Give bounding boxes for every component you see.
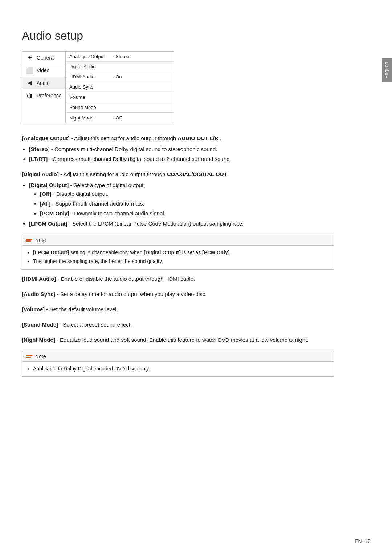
category-preference-label: Preference [37, 93, 61, 98]
analogue-output-text-end: . [219, 135, 221, 141]
note-header-text-1: Note [35, 237, 46, 243]
section-night-mode: [Night Mode] - Equalize loud sound and s… [22, 336, 334, 344]
analogue-output-inline-bold: AUDIO OUT L/R [177, 135, 219, 141]
menu-item-value-analogue: · Stereo [113, 54, 130, 59]
digital-audio-text: - Adjust this setting for audio output t… [59, 171, 167, 177]
note-body-1: [LPCM Output] setting is changeable only… [22, 246, 334, 269]
note-icon-line2 [26, 240, 31, 242]
menu-item-name-analogue: Analogue Output [69, 54, 113, 59]
category-video-label: Video [37, 68, 50, 73]
analogue-output-para: [Analogue Output] - Adjust this setting … [22, 134, 334, 143]
digital-output-sublist: [Off] - Disable digital output. [All] - … [40, 190, 334, 218]
note2-item1: Applicable to Dolby Digital encoded DVD … [33, 366, 150, 372]
lpcm-output-text: - Select the LPCM (Linear Pulse Code Mod… [68, 220, 244, 227]
menu-item-sound-mode[interactable]: Sound Mode [66, 102, 174, 113]
footer: EN 17 [355, 538, 370, 544]
menu-item-volume[interactable]: Volume [66, 92, 174, 102]
category-audio[interactable]: ◄ Audio [22, 77, 65, 89]
preference-icon: ◑ [26, 92, 34, 100]
audio-sync-text: - Set a delay time for audio output when… [56, 291, 207, 297]
menu-item-name-volume: Volume [69, 94, 113, 100]
note1-bold1: [LPCM Output] [33, 250, 69, 255]
category-general[interactable]: ✦ General [22, 52, 65, 64]
audio-icon: ◄ [26, 79, 34, 87]
analogue-output-text: - Adjust this setting for audio output t… [70, 135, 178, 141]
menu-item-name-hdmi: HDMI Audio [69, 74, 113, 80]
list-item: Applicable to Dolby Digital encoded DVD … [33, 365, 328, 373]
section-volume: [Volume] - Set the default volume level. [22, 305, 334, 314]
menu-item-name-sound: Sound Mode [69, 105, 113, 110]
sound-mode-para: [Sound Mode] - Select a preset sound eff… [22, 320, 334, 329]
digital-audio-text-end: . [227, 171, 229, 177]
analogue-output-heading: [Analogue Output] [22, 135, 70, 141]
section-sound-mode: [Sound Mode] - Select a preset sound eff… [22, 320, 334, 329]
volume-heading: [Volume] [22, 306, 45, 312]
list-item: [Digital Output] - Select a type of digi… [29, 181, 334, 218]
general-icon: ✦ [26, 54, 34, 62]
video-icon: ⬜ [26, 66, 34, 74]
off-label: [Off] [40, 191, 52, 197]
category-audio-label: Audio [37, 80, 50, 86]
menu-items: Analogue Output · Stereo Digital Audio H… [66, 52, 174, 123]
note-header-2: Note [22, 351, 334, 362]
menu-item-night-mode[interactable]: Night Mode · Off [66, 113, 174, 123]
pcm-only-text: - Downmix to two-channel audio signal. [69, 210, 166, 216]
stereo-text: - Compress multi-channel Dolby digital s… [50, 146, 217, 152]
night-mode-text: - Equalize loud sound and soft sound. En… [55, 337, 309, 343]
digital-audio-list: [Digital Output] - Select a type of digi… [29, 181, 334, 228]
category-preference[interactable]: ◑ Preference [22, 89, 65, 102]
note1-text1: setting is changeable only when [69, 250, 144, 255]
off-text: - Disable digital output. [52, 191, 109, 197]
analogue-output-list: [Stereo] - Compress multi-channel Dolby … [29, 145, 334, 163]
section-hdmi-audio: [HDMI Audio] - Enable or disable the aud… [22, 275, 334, 283]
list-item: [All] - Support multi-channel audio form… [40, 199, 334, 208]
note-icon-1 [26, 239, 32, 242]
list-item: [LPCM Output] setting is changeable only… [33, 248, 328, 256]
note1-text2: is set as [181, 250, 202, 255]
night-mode-para: [Night Mode] - Equalize loud sound and s… [22, 336, 334, 344]
digital-audio-heading: [Digital Audio] [22, 171, 59, 177]
note-icon2-line2 [26, 357, 31, 358]
list-item: The higher the sampling rate, the better… [33, 257, 328, 265]
menu-item-digital-audio[interactable]: Digital Audio [66, 62, 174, 72]
menu-item-value-hdmi: · On [113, 74, 122, 80]
menu-table: ✦ General ⬜ Video ◄ Audio ◑ Preference [22, 51, 174, 123]
hdmi-audio-text: - Enable or disable the audio output thr… [56, 276, 195, 282]
list-item: [LT/RT] - Compress multi-channel Dolby d… [29, 155, 334, 163]
note-list-2: Applicable to Dolby Digital encoded DVD … [33, 365, 328, 373]
note-body-2: Applicable to Dolby Digital encoded DVD … [22, 362, 334, 376]
volume-para: [Volume] - Set the default volume level. [22, 305, 334, 314]
note1-text3: . [229, 250, 231, 255]
note1-item2: The higher the sampling rate, the better… [33, 258, 163, 264]
digital-output-text: - Select a type of digital output. [69, 182, 145, 188]
menu-item-analogue-output[interactable]: Analogue Output · Stereo [66, 52, 174, 62]
all-text: - Support multi-channel audio formats. [50, 200, 144, 207]
lpcm-output-label: [LPCM Output] [29, 220, 68, 227]
note-icon2-line1 [26, 355, 32, 356]
category-general-label: General [37, 55, 55, 61]
note-list-1: [LPCM Output] setting is changeable only… [33, 248, 328, 266]
sound-mode-text: - Select a preset sound effect. [58, 321, 132, 328]
menu-categories: ✦ General ⬜ Video ◄ Audio ◑ Preference [22, 52, 66, 123]
menu-item-name-digital: Digital Audio [69, 64, 113, 69]
category-video[interactable]: ⬜ Video [22, 64, 65, 77]
note1-bold3: [PCM Only] [202, 250, 229, 255]
menu-item-audio-sync[interactable]: Audio Sync [66, 82, 174, 92]
list-item: [Stereo] - Compress multi-channel Dolby … [29, 145, 334, 154]
ltrt-text: - Compress multi-channel Dolby digital s… [48, 156, 231, 162]
page-title: Audio setup [22, 29, 334, 42]
note-icon-line1 [26, 239, 32, 240]
list-item: [LPCM Output] - Select the LPCM (Linear … [29, 219, 334, 228]
stereo-label: [Stereo] [29, 146, 50, 152]
footer-lang: EN [355, 538, 362, 544]
menu-item-value-night: · Off [113, 115, 122, 121]
note1-bold2: [Digital Output] [144, 250, 181, 255]
menu-item-name-sync: Audio Sync [69, 84, 113, 90]
menu-item-hdmi-audio[interactable]: HDMI Audio · On [66, 72, 174, 82]
digital-audio-para: [Digital Audio] - Adjust this setting fo… [22, 170, 334, 179]
audio-sync-heading: [Audio Sync] [22, 291, 56, 297]
pcm-only-label: [PCM Only] [40, 210, 69, 216]
ltrt-label: [LT/RT] [29, 156, 48, 162]
all-label: [All] [40, 200, 50, 207]
footer-page-num: 17 [364, 538, 370, 544]
